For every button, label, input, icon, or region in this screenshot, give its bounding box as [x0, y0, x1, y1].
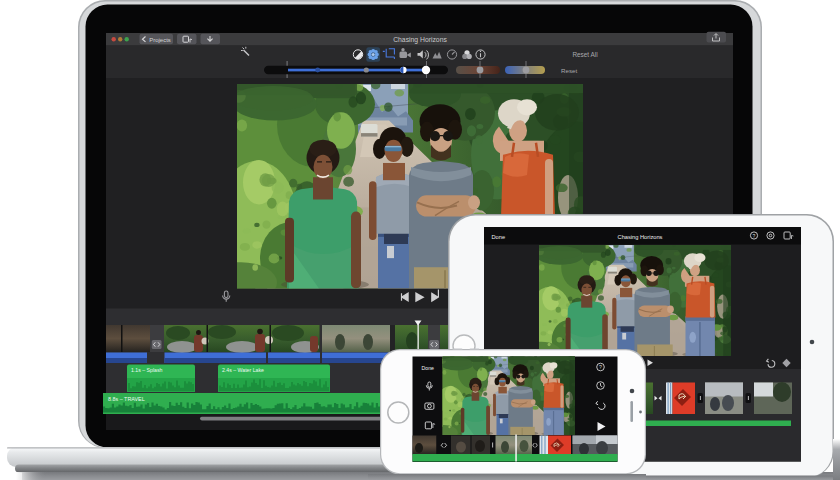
- svg-text:Reset All: Reset All: [572, 51, 597, 58]
- svg-text:Chasing Horizons: Chasing Horizons: [393, 36, 447, 44]
- svg-text:Done: Done: [492, 234, 506, 240]
- svg-text:Reset: Reset: [561, 67, 577, 74]
- svg-text:?: ?: [753, 233, 756, 239]
- svg-text:8.8s – TRAVEL: 8.8s – TRAVEL: [108, 396, 145, 402]
- svg-text:Chasing Horizons: Chasing Horizons: [618, 234, 663, 240]
- svg-text:1.1s – Splash: 1.1s – Splash: [131, 367, 163, 373]
- svg-text:Projects: Projects: [149, 37, 171, 43]
- svg-text:Done: Done: [422, 365, 435, 371]
- svg-text:?: ?: [599, 364, 602, 370]
- svg-text:2.4s – Water Lake: 2.4s – Water Lake: [222, 367, 264, 373]
